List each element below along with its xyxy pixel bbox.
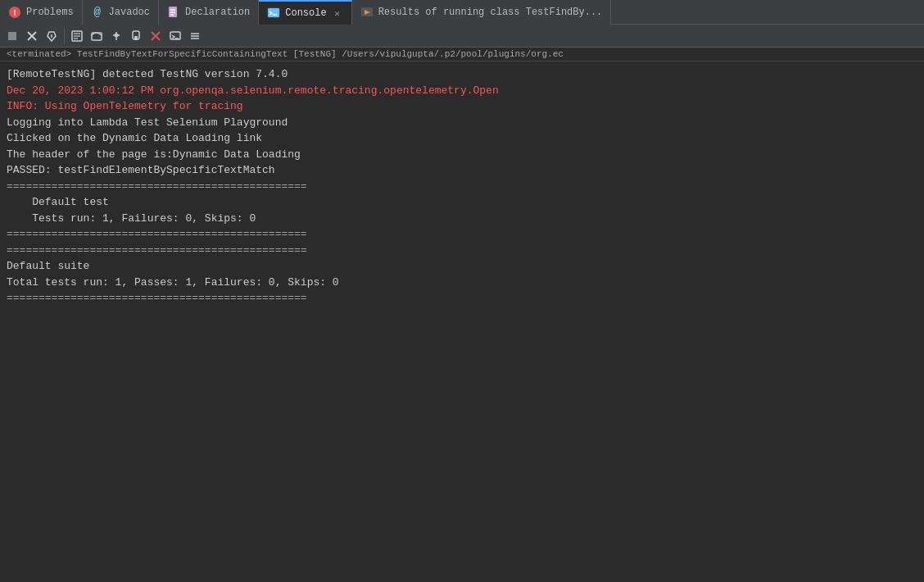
tab-declaration-label: Declaration [185, 7, 250, 18]
svg-text:!: ! [12, 9, 17, 18]
tab-problems[interactable]: ! Problems [0, 0, 83, 25]
tab-javadoc-label: Javadoc [109, 7, 150, 18]
svg-rect-6 [268, 8, 279, 17]
console-line-10: Tests run: 1, Failures: 0, Skips: 0 [7, 211, 917, 227]
pin-button[interactable] [107, 27, 125, 45]
javadoc-icon: @ [91, 6, 104, 19]
stop-square-button[interactable] [3, 27, 21, 45]
tab-console-close[interactable]: ✕ [332, 7, 343, 19]
console-line-1: Dec 20, 2023 1:00:12 PM org.openqa.selen… [7, 83, 917, 99]
console-line-15: Default suite [7, 258, 917, 275]
status-bar: <terminated> TestFindByTextForSpecificCo… [0, 48, 924, 61]
svg-rect-10 [8, 32, 16, 40]
debug-tools-button[interactable] [43, 27, 61, 45]
open-console-button[interactable] [166, 27, 184, 45]
tab-bar: ! Problems @ Javadoc Declaration Console… [0, 0, 924, 25]
problems-icon: ! [8, 6, 21, 19]
declaration-icon [167, 6, 180, 19]
console-line-0: [RemoteTestNG] detected TestNG version 7… [7, 66, 917, 83]
terminate-button[interactable] [23, 27, 41, 45]
console-line-16: Total tests run: 1, Passes: 1, Failures:… [7, 275, 917, 291]
console-icon [267, 7, 280, 20]
console-line-8: ========================================… [7, 179, 917, 195]
tab-problems-label: Problems [26, 7, 74, 18]
scroll-lock-button[interactable] [127, 27, 145, 45]
console-output[interactable]: [RemoteTestNG] detected TestNG version 7… [0, 61, 924, 578]
tab-results[interactable]: Results of running class TestFindBy... [352, 0, 612, 25]
tab-console-label: Console [285, 7, 326, 19]
console-line-3: Logging into Lambda Test Selenium Playgr… [7, 115, 917, 131]
svg-rect-23 [134, 36, 138, 40]
open-file-button[interactable] [88, 27, 106, 45]
console-line-4: Clicked on the Dynamic Data Loading link [7, 130, 917, 147]
remove-launch-button[interactable] [147, 27, 165, 45]
console-line-17: ========================================… [7, 290, 917, 307]
status-text: <terminated> TestFindByTextForSpecificCo… [7, 49, 564, 59]
results-icon [360, 6, 374, 19]
tab-declaration[interactable]: Declaration [159, 0, 259, 25]
toolbar-separator-1 [64, 29, 65, 43]
console-line-2: INFO: Using OpenTelemetry for tracing [7, 98, 917, 115]
console-line-5: The header of the page is:Dynamic Data L… [7, 147, 917, 163]
run-last-button[interactable] [68, 27, 86, 45]
toolbar [0, 25, 924, 48]
tab-results-label: Results of running class TestFindBy... [378, 7, 603, 18]
tab-console[interactable]: Console ✕ [259, 0, 351, 25]
console-line-11: ========================================… [7, 226, 917, 243]
console-line-6: PASSED: testFindElementBySpecificTextMat… [7, 162, 917, 179]
menu-button[interactable] [186, 27, 204, 45]
tab-javadoc[interactable]: @ Javadoc [83, 0, 159, 25]
console-line-14: ========================================… [7, 243, 917, 259]
console-line-9: Default test [7, 194, 917, 211]
